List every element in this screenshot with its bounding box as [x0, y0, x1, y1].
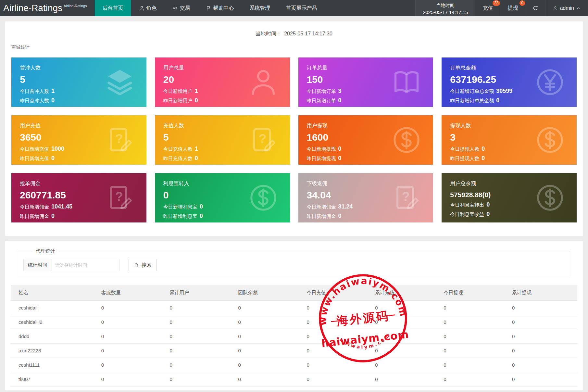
table-header-row: 姓名 客服数量 累计用户 团队余额 今日充值 累计充值 今日提现 累计提现	[11, 285, 577, 301]
nav-item-roles[interactable]: 角色	[131, 0, 165, 16]
recharge-link[interactable]: 充值 23	[475, 0, 500, 16]
main-nav: 后台首页 角色 交易 帮助中心 系统管理 首页展示产品	[95, 0, 325, 16]
brand-subtitle: Airline-Ratings	[64, 4, 87, 8]
stat-card-grab-order-commission: 抢单佣金 260771.85 今日新增佣金1041.45 昨日新增佣金0	[11, 173, 146, 222]
recharge-label: 充值	[482, 5, 493, 11]
card-yesterday-line: 昨日新增利息宝0	[163, 213, 281, 220]
recharge-badge: 23	[493, 0, 500, 6]
col-header-today-withdraw: 今日提现	[440, 285, 509, 301]
contract-edit-icon	[104, 124, 135, 156]
search-button[interactable]: 搜索	[129, 259, 156, 271]
stat-card-subordinate-rebate: 下级返佣 34.04 今日新增佣金31.24 昨日新增佣金0	[298, 173, 433, 222]
person-icon	[139, 6, 144, 11]
layers-icon	[104, 67, 135, 98]
col-header-service-count: 客服数量	[98, 285, 167, 301]
nav-item-system-manage[interactable]: 系统管理	[242, 0, 278, 16]
flag-icon	[206, 6, 211, 11]
stat-cards-grid: 首冲人数 5 今日首冲人数1 昨日首冲人数0 用户总量 20 今日新增用户1 昨…	[5, 50, 583, 234]
stat-card-total-orders: 订单总量 150 今日新增订单3 昨日新增订单0	[298, 57, 433, 107]
table-row: ceshidalili20000000	[11, 315, 577, 329]
agent-stats-legend: 代理统计	[32, 248, 58, 254]
card-yesterday-line: 昨日充值人数0	[163, 155, 281, 162]
stat-card-recharge-user-count: 充值人数 5 今日充值人数1 昨日充值人数0	[155, 115, 290, 165]
col-header-today-recharge: 今日充值	[303, 285, 372, 301]
stat-time-input[interactable]	[52, 259, 119, 271]
nav-label: 交易	[180, 5, 190, 12]
contract-edit-icon	[248, 124, 279, 156]
col-header-name: 姓名	[11, 285, 98, 301]
card-yesterday-line: 昨日新增提现0	[307, 155, 425, 162]
agent-table: 姓名 客服数量 累计用户 团队余额 今日充值 累计充值 今日提现 累计提现 ce…	[11, 285, 577, 386]
dollar-circle-icon	[534, 182, 566, 213]
withdraw-badge: 0	[519, 0, 525, 6]
contract-edit-icon	[104, 182, 135, 213]
main-content: 当地时间：2025-05-17 14:17:30 商城统计 首冲人数 5 今日首…	[0, 21, 588, 390]
stat-card-withdraw-user-count: 提现人数 3 今日提现人数0 昨日提现人数0	[442, 115, 577, 165]
username: admin	[560, 5, 574, 11]
section-title: 商城统计	[11, 44, 583, 50]
nav-label: 后台首页	[103, 5, 123, 12]
mall-stats-panel: 当地时间：2025-05-17 14:17:30 商城统计 首冲人数 5 今日首…	[5, 21, 583, 236]
panel-time-label: 当地时间：	[256, 31, 281, 36]
search-label: 搜索	[142, 262, 151, 268]
person-icon	[553, 6, 558, 11]
chevron-up-icon	[576, 6, 581, 10]
agent-stats-panel: 代理统计 统计时间 搜索 姓名 客服数量	[5, 241, 583, 390]
table-row: dddd0000000	[11, 329, 577, 344]
scales-icon	[172, 6, 178, 11]
open-book-icon	[391, 67, 422, 98]
table-row: ceshi11110000000	[11, 358, 577, 372]
stat-card-total-users: 用户总量 20 今日新增用户1 昨日新增用户0	[155, 57, 290, 107]
refresh-icon	[532, 5, 538, 11]
nav-item-help-center[interactable]: 帮助中心	[198, 0, 242, 16]
stat-card-user-total-balance: 用户总余额 575928.88(0) 今日利息宝转出0 今日利息宝收益0	[442, 173, 577, 222]
contract-edit-icon	[391, 182, 422, 213]
refresh-button[interactable]	[525, 0, 546, 16]
col-header-team-balance: 团队余额	[235, 285, 304, 301]
user-menu[interactable]: admin	[546, 0, 588, 16]
brand-logo[interactable]: Airline-Ratings Airline-Ratings	[0, 0, 90, 16]
col-header-total-users: 累计用户	[167, 285, 235, 301]
page: Airline-Ratings Airline-Ratings 后台首页 角色 …	[0, 0, 588, 392]
card-yesterday-line: 昨日首冲人数0	[20, 97, 138, 104]
card-yesterday-line: 昨日提现人数0	[450, 155, 568, 162]
card-yesterday-line: 昨日新增佣金0	[307, 213, 425, 220]
panel-local-time: 当地时间：2025-05-17 14:17:30	[5, 21, 583, 37]
withdraw-label: 提现	[507, 5, 518, 11]
agent-filter-fieldset: 代理统计 统计时间 搜索	[18, 248, 570, 278]
stat-card-first-recharge-count: 首冲人数 5 今日首冲人数1 昨日首冲人数0	[11, 57, 146, 107]
card-yesterday-line: 昨日新增佣金0	[20, 213, 138, 220]
table-row: axin222280000000	[11, 344, 577, 358]
local-time-label: 当地时间	[423, 2, 468, 9]
stat-card-total-order-amount: 订单总金额 637196.25 今日新增订单总金额30599 昨日新增订单总金额…	[442, 57, 577, 107]
stat-card-user-recharge: 用户充值 3650 今日新增充值1000 昨日新增充值0	[11, 115, 146, 165]
nav-item-trade[interactable]: 交易	[165, 0, 198, 16]
panel-time-value: 2025-05-17 14:17:30	[284, 31, 332, 36]
user-icon	[248, 67, 279, 98]
dollar-circle-icon	[248, 182, 279, 213]
stat-card-user-withdraw: 用户提现 1600 今日新增提现0 昨日新增提现0	[298, 115, 433, 165]
filter-row: 统计时间 搜索	[23, 259, 565, 271]
dollar-circle-icon	[534, 124, 566, 156]
local-time-block: 当地时间 2025-05-17 14:17:15	[415, 0, 475, 16]
nav-label: 帮助中心	[213, 5, 234, 12]
nav-label: 首页展示产品	[286, 5, 317, 12]
withdraw-link[interactable]: 提现 0	[500, 0, 525, 16]
card-yesterday-line: 昨日新增订单总金额0	[450, 97, 568, 104]
table-row: tk0070000000	[11, 372, 577, 386]
brand-title: Airline-Ratings	[3, 3, 62, 13]
navbar-right: 当地时间 2025-05-17 14:17:15 充值 23 提现 0	[415, 0, 588, 16]
nav-item-dashboard[interactable]: 后台首页	[95, 0, 131, 16]
table-row: ceshidaili0000000	[11, 301, 577, 315]
col-header-total-withdraw: 累计提现	[509, 285, 577, 301]
nav-item-home-products[interactable]: 首页展示产品	[278, 0, 325, 16]
stat-time-label: 统计时间	[23, 259, 52, 271]
search-icon	[134, 262, 139, 268]
card-yesterday-line: 昨日新增充值0	[20, 155, 138, 162]
top-navbar: Airline-Ratings Airline-Ratings 后台首页 角色 …	[0, 0, 588, 16]
nav-label: 角色	[146, 5, 157, 12]
col-header-total-recharge: 累计充值	[372, 285, 440, 301]
nav-label: 系统管理	[250, 5, 270, 12]
dollar-circle-icon	[391, 124, 422, 156]
card-yesterday-line: 昨日新增用户0	[163, 97, 281, 104]
